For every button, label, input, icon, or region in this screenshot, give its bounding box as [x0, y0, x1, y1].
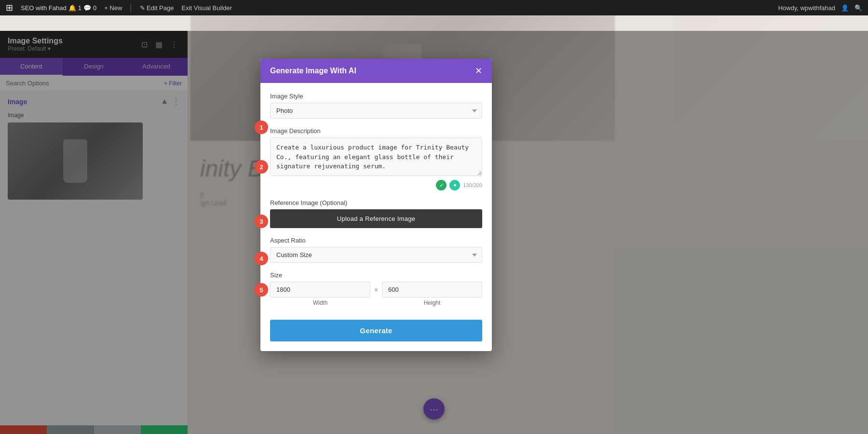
image-style-select[interactable]: Photo Illustration 3D Render Painting — [270, 103, 482, 119]
char-count: 130/200 — [463, 182, 482, 188]
height-input[interactable] — [382, 282, 482, 298]
textarea-footer: ✓ ✦ 130/200 — [270, 180, 482, 190]
aspect-ratio-select[interactable]: Custom Size 1:1 16:9 4:3 9:16 — [270, 247, 482, 263]
image-description-group: Image Description Create a luxurious pro… — [270, 127, 482, 190]
search-icon[interactable]: 🔍 — [854, 4, 862, 12]
generate-image-modal: Generate Image With AI ✕ Image Style Pho… — [260, 59, 492, 351]
image-description-textarea[interactable]: Create a luxurious product image for Tri… — [270, 137, 482, 176]
step-badge-3: 3 — [255, 215, 268, 228]
size-labels: Width Height — [270, 299, 482, 306]
width-input[interactable] — [270, 282, 370, 298]
page-background: inity Beautlle Co. E ign Lead Image Sett… — [0, 15, 868, 434]
size-label: Size — [270, 271, 482, 279]
admin-bar-right: Howdy, wpwithfahad 👤 🔍 — [778, 4, 862, 12]
size-inputs: × — [270, 282, 482, 298]
sparkle-icon: ✦ — [453, 182, 457, 189]
edit-page-btn[interactable]: ✎ Edit Page — [140, 4, 174, 12]
image-style-label: Image Style — [270, 93, 482, 100]
admin-bar: ⊞ SEO with Fahad 🔔 1 💬 0 + New | ✎ Edit … — [0, 0, 868, 15]
check-icon: ✓ — [439, 182, 444, 189]
modal-close-button[interactable]: ✕ — [475, 67, 482, 75]
aspect-ratio-label: Aspect Ratio — [270, 237, 482, 244]
exit-visual-builder-btn[interactable]: Exit Visual Builder — [182, 4, 232, 12]
modal-title: Generate Image With AI — [270, 67, 356, 75]
height-label: Height — [382, 299, 482, 306]
new-page-btn[interactable]: + New — [104, 4, 122, 12]
upload-reference-image-button[interactable]: Upload a Reference Image — [270, 209, 482, 228]
modal-header: Generate Image With AI ✕ — [260, 59, 492, 83]
width-label: Width — [270, 299, 370, 306]
image-description-label: Image Description — [270, 127, 482, 135]
reference-image-group: Reference Image (Optional) Upload a Refe… — [270, 199, 482, 228]
user-greeting: Howdy, wpwithfahad — [778, 4, 835, 12]
step-badge-4: 4 — [255, 252, 268, 265]
user-avatar[interactable]: 👤 — [841, 4, 849, 12]
ai-generate-icon[interactable]: ✦ — [449, 180, 460, 190]
reference-image-label: Reference Image (Optional) — [270, 199, 482, 206]
step-badge-2: 2 — [255, 160, 268, 174]
step-badge-1: 1 — [255, 121, 268, 134]
generate-button[interactable]: Generate — [270, 320, 482, 341]
modal-body: Image Style Photo Illustration 3D Render… — [260, 83, 492, 351]
aspect-ratio-group: Aspect Ratio Custom Size 1:1 16:9 4:3 9:… — [270, 237, 482, 263]
image-style-group: Image Style Photo Illustration 3D Render… — [270, 93, 482, 119]
size-x-separator: × — [374, 286, 378, 294]
size-group: Size × Width Height — [270, 271, 482, 306]
step-badge-5: 5 — [255, 283, 268, 297]
site-name[interactable]: SEO with Fahad 🔔 1 💬 0 — [21, 4, 96, 12]
ai-enhance-icon[interactable]: ✓ — [436, 180, 447, 190]
wp-logo[interactable]: ⊞ — [6, 2, 13, 13]
